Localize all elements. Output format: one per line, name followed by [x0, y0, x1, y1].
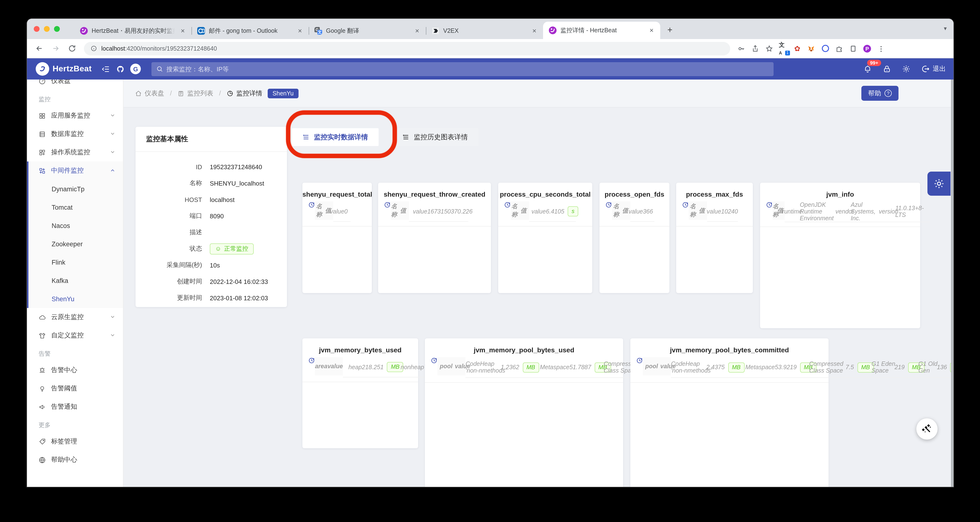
- lock-button[interactable]: [883, 65, 891, 73]
- tab-close-icon[interactable]: ✕: [296, 27, 304, 35]
- tab-close-icon[interactable]: ✕: [413, 27, 421, 35]
- property-label: 采集间隔(秒): [135, 261, 202, 270]
- star-icon[interactable]: [765, 44, 773, 53]
- sidebar-item-appgrid[interactable]: 应用服务监控: [27, 106, 123, 125]
- site-info-icon[interactable]: [91, 45, 97, 52]
- help-button[interactable]: 帮助?: [861, 86, 899, 101]
- menu-collapse-icon[interactable]: [99, 62, 113, 76]
- tab-realtime-data[interactable]: 监控实时数据详情: [292, 128, 379, 146]
- bulb-icon: [38, 385, 46, 392]
- metamask-icon[interactable]: [807, 44, 816, 53]
- tab-list-chevron-icon[interactable]: ▾: [944, 25, 947, 32]
- browser-tab-3[interactable]: G文 Google 翻译 ✕: [309, 23, 426, 39]
- column-header: value: [660, 363, 671, 370]
- settings-button[interactable]: [902, 65, 910, 73]
- metric-row: G1 Eden Space 219MB: [872, 357, 918, 378]
- metric-table-header: 名称 值: [689, 202, 707, 220]
- sidebar-item-dashboard[interactable]: 仪表盘: [27, 79, 123, 90]
- property-label: 端口: [135, 212, 202, 220]
- metric-key: runtime: [785, 208, 800, 215]
- new-tab-button[interactable]: +: [663, 23, 677, 36]
- property-row: HOST localhost: [135, 191, 287, 208]
- chevron-down-icon: [110, 314, 115, 321]
- browser-tab-2[interactable]: 邮件 - gong tom - Outlook ✕: [191, 23, 309, 39]
- unit-badge: s: [568, 206, 578, 216]
- browser-tab-5[interactable]: 监控详情 - HertzBeat ✕: [543, 22, 660, 39]
- gitee-icon[interactable]: G: [130, 63, 141, 74]
- property-label: HOST: [135, 196, 202, 203]
- github-icon[interactable]: [113, 62, 127, 76]
- sidebar-item-globe[interactable]: 帮助中心: [27, 451, 123, 469]
- sidebar-item-tags[interactable]: 标签管理: [27, 432, 123, 451]
- sidebar-item-tshirt[interactable]: 自定义监控: [27, 326, 123, 344]
- sidebar-subitem-tomcat[interactable]: Tomcat: [29, 198, 123, 216]
- tab-close-icon[interactable]: ✕: [179, 27, 187, 35]
- sidebar-subitem-shenyu[interactable]: ShenYu: [29, 290, 123, 308]
- tags-icon: [38, 438, 46, 445]
- clock-icon: 名称 值 value 366: [605, 202, 655, 222]
- browser-tab-4[interactable]: V2EX ✕: [426, 23, 543, 39]
- logout-button[interactable]: 退出: [921, 65, 946, 73]
- puzzle-icon[interactable]: [835, 44, 843, 53]
- collect-time: 名称 值 value 10240: [676, 198, 753, 227]
- tab-title: V2EX: [443, 27, 527, 34]
- breadcrumb-separator: /: [169, 90, 173, 97]
- close-window-button[interactable]: [34, 26, 40, 32]
- breadcrumb-home[interactable]: 仪表盘: [135, 89, 164, 98]
- tab-close-icon[interactable]: ✕: [648, 27, 655, 34]
- frame-icon[interactable]: [849, 44, 858, 53]
- translate-ext-icon[interactable]: 文A1: [779, 44, 788, 53]
- clock-icon: 名称 值 value 6.4105s: [504, 202, 576, 222]
- browser-tab-1[interactable]: HertzBeat・易用友好的实时监控 ✕: [74, 23, 191, 39]
- property-value: 8090: [210, 212, 224, 219]
- tab-history-chart[interactable]: 监控历史图表详情: [391, 128, 479, 146]
- sidebar-subitem-flink[interactable]: Flink: [29, 253, 123, 271]
- back-button[interactable]: [33, 42, 45, 55]
- sidebar-item-label: 操作系统监控: [51, 148, 90, 157]
- sidebar-subitem-nacos[interactable]: Nacos: [29, 216, 123, 235]
- profile-p-icon[interactable]: P: [863, 44, 872, 53]
- sidebar-item-alarmbell[interactable]: 告警中心: [27, 361, 123, 379]
- share-icon[interactable]: [751, 44, 760, 53]
- metric-card-jvm_info: jvm_info 名称 值 runtime OpenJDK Runtime En…: [760, 182, 920, 328]
- metric-row: runtime OpenJDK Runtime Environment: [785, 202, 839, 222]
- forward-button[interactable]: [49, 42, 62, 55]
- breadcrumb-clipboard[interactable]: 监控列表: [178, 89, 213, 98]
- tab-close-icon[interactable]: ✕: [530, 27, 538, 35]
- address-bar[interactable]: localhost:4200/monitors/195232371248640: [84, 42, 730, 55]
- sidebar-item-midgrid[interactable]: 中间件监控: [29, 162, 123, 180]
- red-flower-icon[interactable]: ✿: [793, 44, 802, 53]
- sidebar-item-megaphone[interactable]: 告警通知: [27, 398, 123, 416]
- menu-dots-icon[interactable]: ⋮: [877, 44, 886, 53]
- collect-time: area value heap 218.251MB nonheap 70.742…: [302, 354, 418, 382]
- sidebar-item-osgrid[interactable]: 操作系统监控: [27, 143, 123, 162]
- hertzbeat-logo[interactable]: HertzBeat: [36, 62, 92, 76]
- column-header: 值: [323, 206, 333, 215]
- metric-row: heap 218.251MB: [343, 357, 398, 378]
- sidebar-item-bulb[interactable]: 告警阈值: [27, 379, 123, 398]
- theme-settings-fab[interactable]: [928, 171, 951, 196]
- sidebar-subitem-dynamictp[interactable]: DynamicTp: [29, 180, 123, 198]
- notifications-button[interactable]: 99+: [863, 65, 872, 73]
- sidebar-item-label: 告警阈值: [51, 384, 77, 393]
- metric-card-process_cpu_seconds_total: process_cpu_seconds_total 名称 值 value 6.4…: [498, 182, 592, 293]
- clock-icon: 名称 值 runtime OpenJDK Runtime Environment…: [766, 202, 930, 222]
- metric-key: value: [529, 208, 549, 215]
- reload-button[interactable]: [65, 42, 78, 55]
- minimize-window-button[interactable]: [44, 26, 50, 32]
- blue-ring-icon[interactable]: [821, 44, 829, 53]
- sidebar-item-database[interactable]: 数据库监控: [27, 125, 123, 143]
- search-input[interactable]: [166, 65, 769, 73]
- basic-properties-card: 监控基本属性 ID 195232371248640名称 SHENYU_local…: [135, 127, 287, 307]
- globe-icon: [38, 456, 46, 463]
- sidebar-item-cloud[interactable]: 云原生监控: [27, 308, 123, 326]
- gear-icon: [933, 178, 945, 189]
- lock-icon: [883, 65, 891, 73]
- sidebar-subitem-kafka[interactable]: Kafka: [29, 271, 123, 290]
- key-icon[interactable]: [737, 44, 746, 53]
- breadcrumb-pie: 监控详情: [227, 89, 262, 98]
- zoom-window-button[interactable]: [54, 26, 60, 32]
- page-scrollbar[interactable]: [951, 79, 953, 487]
- sidebar-subitem-zookeeper[interactable]: Zookeeper: [29, 235, 123, 253]
- monitor-search-bar[interactable]: [151, 62, 773, 76]
